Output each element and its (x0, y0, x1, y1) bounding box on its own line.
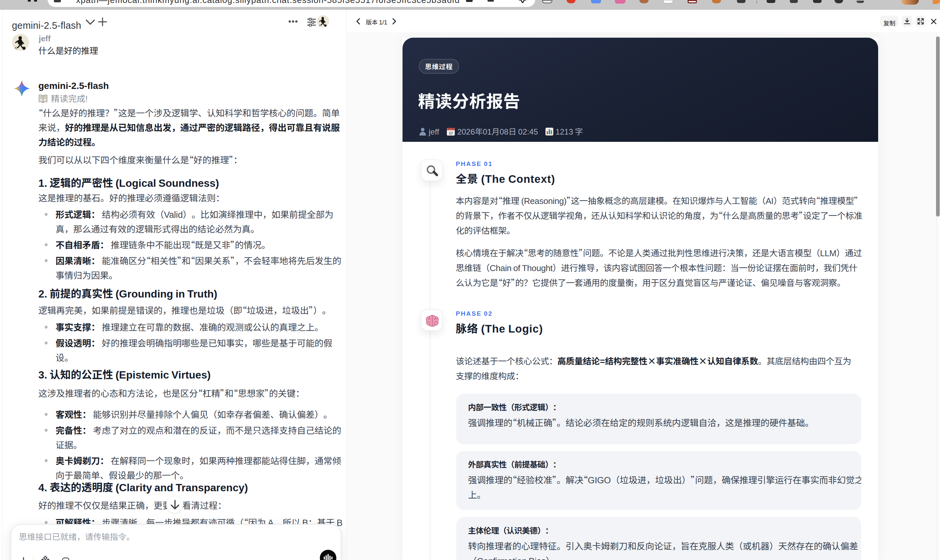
svg-text:17: 17 (449, 130, 453, 135)
